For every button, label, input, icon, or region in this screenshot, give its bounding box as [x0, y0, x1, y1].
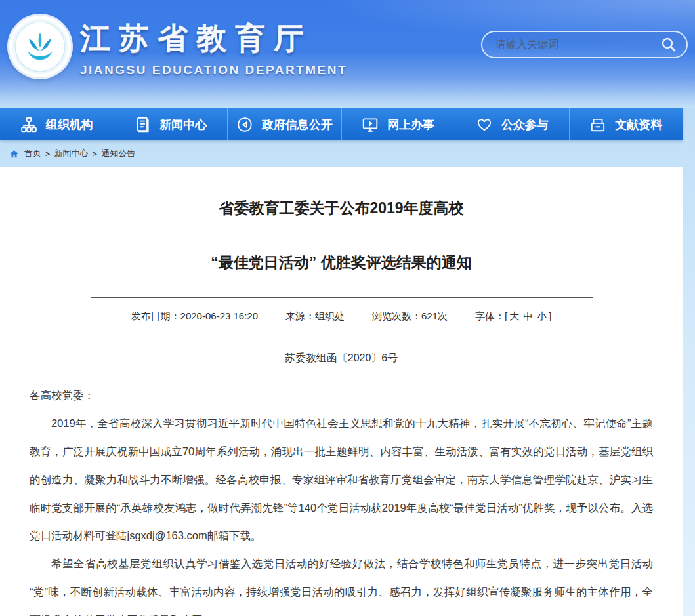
home-icon — [9, 149, 19, 159]
site-subtitle: JIANGSU EDUCATION DEPARTMENT — [80, 63, 347, 77]
breadcrumb-separator: > — [93, 149, 98, 159]
nav-item-label: 新闻中心 — [159, 117, 207, 133]
archive-icon — [589, 116, 606, 133]
font-size-label: 字体： — [475, 310, 505, 321]
site-header: 江苏省教育厅 JIANGSU EDUCATION DEPARTMENT — [0, 0, 695, 108]
view-count: 浏览次数：621次 — [372, 310, 448, 323]
font-bracket-open: [ — [505, 310, 507, 321]
salutation: 各高校党委： — [30, 381, 653, 409]
info-disclosure-icon — [236, 116, 253, 133]
paragraph-1: 2019年，全省高校深入学习贯彻习近平新时代中国特色社会主义思想和党的十九大精神… — [30, 409, 653, 550]
font-size-large[interactable]: 大 — [509, 310, 519, 321]
font-size-medium[interactable]: 中 — [523, 310, 533, 321]
publish-date: 发布日期：2020-06-23 16:20 — [131, 310, 258, 323]
org-chart-icon — [20, 116, 37, 133]
font-bracket-close: ] — [549, 310, 551, 321]
nav-item-label: 组织机构 — [46, 117, 93, 133]
source-label: 来源： — [285, 310, 315, 321]
nav-item-online-service[interactable]: 网上办事 — [342, 108, 456, 140]
source-value: 组织处 — [315, 310, 345, 321]
breadcrumb-notices[interactable]: 通知公告 — [101, 148, 135, 159]
education-emblem-icon — [11, 18, 69, 75]
nav-item-label: 文献资料 — [615, 117, 662, 133]
online-service-icon — [362, 116, 379, 133]
news-icon — [134, 116, 151, 133]
breadcrumb-separator: > — [45, 149, 51, 159]
breadcrumb: 首页 > 新闻中心 > 通知公告 — [0, 140, 683, 167]
article-panel: 省委教育工委关于公布2019年度高校 “最佳党日活动” 优胜奖评选结果的通知 发… — [0, 167, 683, 616]
nav-item-label: 公众参与 — [501, 117, 549, 133]
heart-icon — [476, 116, 493, 133]
article-title-line2: “最佳党日活动” 优胜奖评选结果的通知 — [30, 253, 653, 273]
site-title: 江苏省教育厅 — [80, 18, 347, 59]
font-size-small[interactable]: 小 — [537, 310, 547, 321]
article-title: 省委教育工委关于公布2019年度高校 “最佳党日活动” 优胜奖评选结果的通知 — [30, 198, 653, 273]
publish-date-value: 2020-06-23 16:20 — [180, 310, 258, 321]
site-logo — [9, 16, 71, 77]
nav-item-documents[interactable]: 文献资料 — [570, 108, 683, 140]
article-title-line1: 省委教育工委关于公布2019年度高校 — [30, 198, 653, 218]
search-box — [481, 31, 688, 58]
font-size-control: 字体：[大中小] — [475, 310, 551, 323]
document-number: 苏委教组函〔2020〕6号 — [30, 352, 653, 365]
breadcrumb-home[interactable]: 首页 — [24, 148, 41, 159]
article-meta: 发布日期：2020-06-23 16:20 来源：组织处 浏览次数：621次 字… — [30, 310, 653, 323]
source: 来源：组织处 — [285, 310, 345, 323]
view-count-value: 621次 — [421, 310, 448, 321]
publish-date-label: 发布日期： — [131, 310, 180, 321]
search-icon[interactable] — [660, 36, 677, 53]
view-count-label: 浏览次数： — [372, 310, 421, 321]
nav-item-label: 网上办事 — [387, 117, 434, 133]
nav-item-gov-info[interactable]: 政府信息公开 — [228, 108, 342, 140]
paragraph-2: 希望全省高校基层党组织认真学习借鉴入选党日活动的好经验好做法，结合学校特色和师生… — [30, 550, 653, 616]
main-nav: 组织机构 新闻中心 政府信息公开 网上办事 公众参与 文献资料 — [0, 108, 683, 140]
nav-item-news[interactable]: 新闻中心 — [114, 108, 228, 140]
search-input[interactable] — [495, 39, 660, 51]
nav-item-label: 政府信息公开 — [262, 117, 333, 133]
nav-item-organization[interactable]: 组织机构 — [0, 108, 114, 140]
title-divider — [91, 297, 593, 298]
nav-item-public-participation[interactable]: 公众参与 — [455, 108, 570, 140]
article-body: 各高校党委： 2019年，全省高校深入学习贯彻习近平新时代中国特色社会主义思想和… — [30, 381, 653, 616]
breadcrumb-news-center[interactable]: 新闻中心 — [54, 148, 89, 159]
